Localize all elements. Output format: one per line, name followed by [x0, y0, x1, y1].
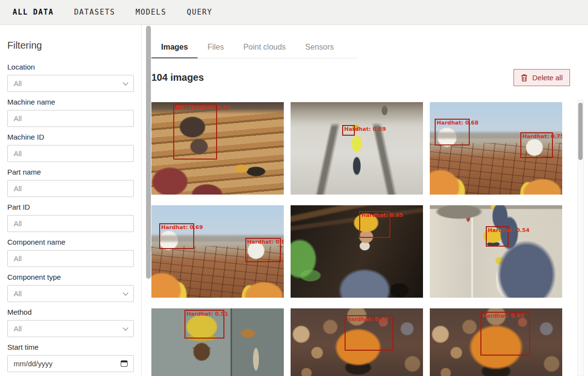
filter-label-method: Method [7, 308, 133, 316]
filter-input-part-id[interactable] [7, 215, 134, 232]
filter-label-location: Location [7, 63, 133, 71]
nav-item-all-data[interactable]: ALL DATA [13, 8, 54, 17]
detection-label: Hardhat: 0.54 [488, 227, 530, 233]
detection-label: Hardhat: 0.69 [161, 224, 203, 231]
image-grid: NO- Hardhat: 0.63Hardhat: 0.69Hardhat: 0… [151, 102, 588, 376]
image-thumbnail-7[interactable]: Hardhat: 0.51 [151, 308, 284, 376]
chevron-down-icon [123, 290, 128, 295]
selected-value: All [14, 79, 22, 88]
filter-label-component-type: Component type [7, 273, 133, 281]
filter-field-method: MethodAll [7, 308, 133, 337]
image-thumbnail-9[interactable]: Hardhat: 0.65 [430, 308, 562, 376]
content-tabs: ImagesFilesPoint cloudsSensors [151, 39, 358, 58]
detection-box: NO- Hardhat: 0.63 [173, 104, 217, 160]
filter-select-component-type[interactable]: All [7, 285, 134, 302]
detection-box: Hardhat: 0.81 [245, 238, 281, 262]
image-thumbnail-2[interactable]: Hardhat: 0.69 [291, 102, 423, 195]
calendar-icon [121, 360, 128, 367]
image-thumbnail-4[interactable]: Hardhat: 0.69Hardhat: 0.81 [151, 205, 284, 298]
top-nav: ALL DATADATASETSMODELSQUERY [0, 0, 588, 25]
detection-box: Hardhat: 0.54 [486, 226, 509, 247]
main-content: ImagesFilesPoint cloudsSensors 104 image… [142, 25, 588, 376]
filter-fields: LocationAllMachine nameMachine IDPart na… [7, 63, 133, 372]
detection-label: Hardhat: 0.75 [522, 133, 562, 140]
tab-images[interactable]: Images [151, 39, 198, 58]
image-thumbnail-5[interactable]: Hardhat: 0.65 [291, 205, 423, 298]
filter-select-method[interactable]: All [7, 320, 134, 337]
filter-input-part-name[interactable] [7, 180, 134, 197]
trash-icon [521, 74, 528, 82]
selected-value: All [14, 289, 22, 298]
detection-label: Hardhat: 0.51 [186, 311, 228, 317]
image-thumbnail-3[interactable]: Hardhat: 0.68Hardhat: 0.75 [430, 102, 562, 195]
image-thumbnail-1[interactable]: NO- Hardhat: 0.63 [151, 102, 284, 195]
delete-all-button[interactable]: Delete all [514, 69, 570, 86]
filter-label-start-time: Start time [7, 343, 133, 351]
filter-field-part-name: Part name [7, 168, 133, 197]
detection-label: NO- Hardhat: 0.63 [175, 105, 230, 111]
date-placeholder: mm/dd/yyyy [14, 359, 53, 368]
detection-label: Hardhat: 0.65 [482, 313, 524, 319]
filter-field-location: LocationAll [7, 63, 133, 92]
nav-item-query[interactable]: QUERY [187, 8, 213, 17]
nav-item-datasets[interactable]: DATASETS [74, 8, 115, 17]
filter-input-machine-name[interactable] [7, 110, 134, 127]
detection-box: Hardhat: 0.69 [342, 125, 355, 136]
detection-box: Hardhat: 0.66 [345, 315, 394, 351]
chevron-down-icon [123, 80, 128, 85]
page-layout: Filtering LocationAllMachine nameMachine… [0, 25, 588, 376]
detection-box: Hardhat: 0.75 [520, 132, 553, 158]
detection-label: Hardhat: 0.66 [347, 316, 388, 322]
filtering-title: Filtering [7, 40, 133, 51]
filter-field-component-type: Component typeAll [7, 273, 133, 302]
filter-date-start-time[interactable]: mm/dd/yyyy [7, 355, 134, 372]
tab-point-clouds[interactable]: Point clouds [234, 39, 295, 58]
detection-box: Hardhat: 0.65 [359, 211, 390, 238]
filter-label-part-id: Part ID [7, 203, 133, 211]
nav-item-models[interactable]: MODELS [136, 8, 166, 17]
filter-field-start-time: Start timemm/dd/yyyy [7, 343, 133, 372]
heading-row: 104 images Delete all [151, 69, 570, 86]
filter-field-machine-id: Machine ID [7, 133, 133, 162]
detection-label: Hardhat: 0.69 [344, 126, 386, 132]
tab-files[interactable]: Files [198, 39, 234, 58]
image-thumbnail-8[interactable]: Hardhat: 0.66 [291, 308, 423, 376]
selected-value: All [14, 324, 22, 333]
filter-field-part-id: Part ID [7, 203, 133, 232]
detection-box: Hardhat: 0.65 [480, 312, 530, 356]
tab-sensors[interactable]: Sensors [295, 39, 344, 58]
image-count-label: 104 images [151, 72, 204, 83]
detection-box: Hardhat: 0.69 [159, 223, 194, 249]
filter-label-machine-name: Machine name [7, 98, 133, 106]
detection-label: Hardhat: 0.81 [247, 239, 284, 245]
chevron-down-icon [123, 325, 128, 330]
filter-input-machine-id[interactable] [7, 145, 134, 162]
detection-box: Hardhat: 0.51 [184, 310, 224, 339]
filter-label-machine-id: Machine ID [7, 133, 133, 141]
filter-label-component-name: Component name [7, 238, 133, 246]
filter-select-location[interactable]: All [7, 75, 134, 92]
detection-label: Hardhat: 0.65 [361, 212, 403, 218]
filter-field-component-name: Component name [7, 238, 133, 267]
detection-box: Hardhat: 0.68 [435, 119, 470, 145]
filter-input-component-name[interactable] [7, 250, 134, 267]
detection-label: Hardhat: 0.68 [437, 120, 478, 126]
main-scrollbar-track[interactable] [577, 100, 584, 376]
filter-label-part-name: Part name [7, 168, 133, 176]
filter-field-machine-name: Machine name [7, 98, 133, 127]
filter-sidebar: Filtering LocationAllMachine nameMachine… [0, 25, 142, 376]
image-thumbnail-6[interactable]: Hardhat: 0.54 [430, 205, 562, 298]
delete-all-label: Delete all [532, 73, 563, 82]
main-scrollbar-thumb[interactable] [578, 103, 583, 160]
